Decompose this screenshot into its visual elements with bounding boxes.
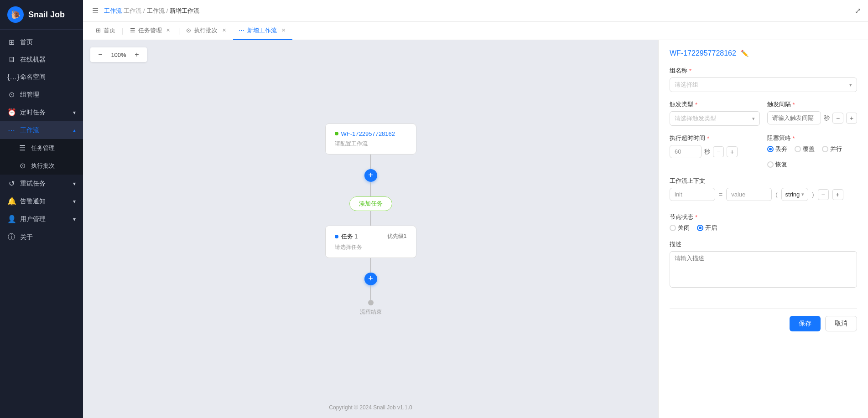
sidebar-item-home[interactable]: ⊞ 首页 [0,33,83,51]
task1-node-header: 任务 1 优先级1 [335,232,407,240]
chevron-down-icon2: ▾ [752,116,755,122]
tab-close-new-workflow[interactable]: ✕ [280,27,287,34]
tab-exec-batch[interactable]: ⊙ 执行批次 ✕ [181,22,233,40]
zoom-in-button[interactable]: + [131,49,142,60]
sidebar-item-label: 任务管理 [31,144,55,152]
sidebar-item-label: 组管理 [20,91,39,99]
desc-textarea[interactable] [670,251,857,288]
radio-cover [795,146,801,152]
edit-title-icon[interactable]: ✏️ [741,50,748,57]
block-strategy-label: 阻塞策略 * [767,134,858,142]
block-strategy-restore[interactable]: 恢复 [767,160,787,169]
sidebar-item-about[interactable]: ⓘ 关于 [0,228,83,247]
task1-node-name: 任务 1 [341,232,358,240]
add-node-button-2[interactable]: + [364,272,377,285]
tab-close-exec-batch[interactable]: ✕ [220,27,228,34]
add-task-node[interactable]: 添加任务 [349,196,392,211]
context-value-input[interactable] [726,188,772,201]
clock-icon: ⏰ [7,108,16,117]
node-status-label: 节点状态 * [670,213,857,221]
trigger-section: 触发类型 * 请选择触发类型 ▾ 触发间隔 * 秒 [670,100,857,126]
tab-exec-batch-label: 执行批次 [194,26,218,35]
radio-restore [767,161,774,168]
exec-timeout-increment[interactable]: + [727,146,738,157]
block-strategy-discard[interactable]: 丢弃 [767,145,787,153]
canvas-toolbar: − 100% + [90,47,147,62]
connector4 [370,258,371,272]
breadcrumb-current: 新增工作流 [170,7,199,15]
tab-task-mgmt-label: 任务管理 [138,26,162,35]
task1-node-body: 请选择任务 [335,243,407,251]
block-strategy-radio-group: 丢弃 覆盖 并行 恢复 [767,145,858,169]
sidebar-item-retry[interactable]: ↺ 重试任务 ▾ [0,175,83,192]
block-strategy-parallel[interactable]: 并行 [822,145,842,153]
node-status-off[interactable]: 关闭 [670,224,690,232]
context-left-paren: ( [775,191,777,198]
sidebar-item-group[interactable]: ⊙ 组管理 [0,86,83,103]
node-status-on[interactable]: 开启 [697,224,717,232]
save-button[interactable]: 保存 [790,316,821,331]
tab-new-workflow-label: 新增工作流 [247,26,277,35]
sidebar-item-label: 工作流 [20,126,39,134]
monitor-icon: 🖥 [7,56,16,64]
sidebar-item-label: 重试任务 [20,180,46,188]
app-logo: 🐌 Snail Job [0,0,83,30]
trigger-interval-increment[interactable]: + [846,113,857,124]
workflow-submenu: ☰ 任务管理 ⊙ 执行批次 [0,139,83,175]
tab-new-workflow[interactable]: ⋯ 新增工作流 ✕ [233,22,292,40]
add-node-button-1[interactable]: + [364,169,377,181]
chevron-down-icon: ▾ [849,82,852,88]
context-type-select[interactable]: string ▾ [781,188,809,201]
tab-close-task-mgmt[interactable]: ✕ [165,27,172,34]
sidebar-item-alert[interactable]: 🔔 告警通知 ▾ [0,192,83,210]
task1-node-dot [335,234,338,238]
sidebar-item-workflow[interactable]: ⋯ 工作流 ▴ [0,121,83,139]
trigger-interval-decrement[interactable]: − [832,113,843,124]
exec-timeout-decrement[interactable]: − [713,146,724,157]
trigger-type-col: 触发类型 * 请选择触发类型 ▾ [670,100,760,126]
exec-block-section: 执行超时时间 * 秒 − + 阻塞策略 * [670,134,857,169]
expand-icon[interactable]: ⤢ [855,7,861,15]
sidebar-item-namespace[interactable]: {…} 命名空间 [0,68,83,86]
connector5 [370,285,371,299]
node-status-section: 节点状态 * 关闭 开启 [670,213,857,232]
group-select[interactable]: 请选择组 ▾ [670,77,857,92]
group-section: 组名称 * 请选择组 ▾ [670,67,857,92]
tab-separator: | [122,27,124,35]
cancel-button[interactable]: 取消 [825,316,857,331]
task1-node[interactable]: 任务 1 优先级1 请选择任务 [325,225,416,258]
workflow-icon: ⋯ [7,126,16,134]
sidebar-menu: ⊞ 首页 🖥 在线机器 {…} 命名空间 ⊙ 组管理 ⏰ 定时任务 ▾ ⋯ 工作… [0,30,83,418]
wf-node-id: WF-1722957728162 [341,130,395,137]
tab-task-mgmt[interactable]: ☰ 任务管理 ✕ [125,22,177,40]
sidebar-item-user[interactable]: 👤 用户管理 ▾ [0,210,83,228]
sidebar: 🐌 Snail Job ⊞ 首页 🖥 在线机器 {…} 命名空间 ⊙ 组管理 ⏰… [0,0,83,418]
exec-timeout-input[interactable] [670,145,702,158]
wf-start-node[interactable]: WF-1722957728162 请配置工作流 [325,123,416,154]
trigger-interval-input[interactable] [767,111,821,124]
chevron-down-icon3: ▾ [801,191,804,197]
sidebar-item-label: 命名空间 [20,73,46,81]
home-icon: ⊞ [7,38,16,46]
sidebar-item-online-machines[interactable]: 🖥 在线机器 [0,51,83,68]
trigger-type-select[interactable]: 请选择触发类型 ▾ [670,111,760,126]
info-icon: ⓘ [7,232,16,242]
topbar: ☰ 工作流 工作流 / 工作流 / 新增工作流 ⤢ [83,0,868,22]
tab-home[interactable]: ⊞ 首页 [90,22,121,40]
block-strategy-cover[interactable]: 覆盖 [795,145,815,153]
sidebar-item-exec-batch[interactable]: ⊙ 执行批次 [0,157,83,175]
right-panel: WF-1722957728162 ✏️ 组名称 * 请选择组 ▾ 触发类型 [658,40,868,418]
sidebar-item-scheduled[interactable]: ⏰ 定时任务 ▾ [0,103,83,121]
context-key-input[interactable] [670,188,715,201]
context-row: = ( string ▾ ) − + [670,188,857,201]
trigger-interval-label: 触发间隔 * [767,100,858,108]
sidebar-item-label: 在线机器 [20,56,46,64]
context-add-button[interactable]: + [832,189,843,200]
collapse-button[interactable]: ☰ [90,5,100,17]
sidebar-item-task-mgmt[interactable]: ☰ 任务管理 [0,139,83,157]
breadcrumb-workflow-link[interactable]: 工作流 [104,7,122,15]
context-remove-button[interactable]: − [818,189,829,200]
namespace-icon: {…} [7,73,16,81]
zoom-out-button[interactable]: − [95,49,106,60]
radio-on [697,225,703,231]
